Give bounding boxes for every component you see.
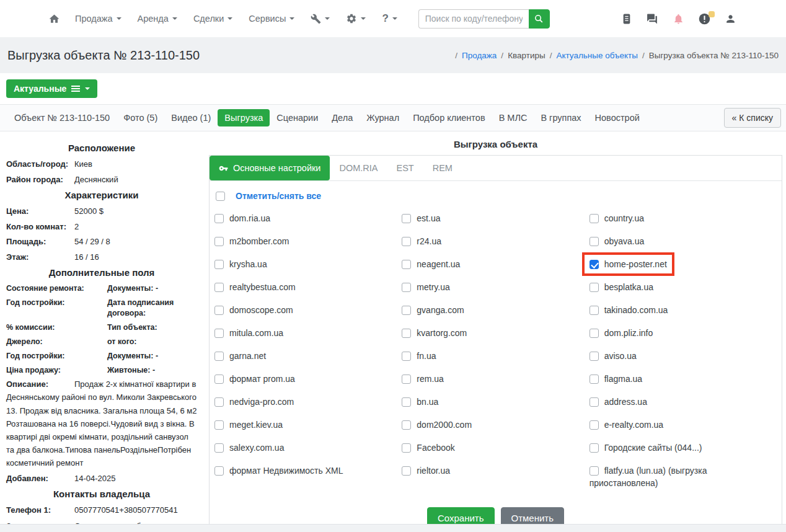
export-settings-tab[interactable]: DOM.RIA bbox=[330, 156, 387, 180]
export-settings-tab[interactable]: REM bbox=[423, 156, 462, 180]
breadcrumb-label[interactable]: Продажа bbox=[462, 51, 497, 60]
object-tab[interactable]: Новострой bbox=[588, 109, 647, 126]
portal-checkbox[interactable] bbox=[214, 329, 224, 338]
portal-option[interactable]: salexy.com.ua bbox=[214, 441, 284, 454]
save-button[interactable]: Сохранить bbox=[427, 507, 495, 524]
search-input[interactable] bbox=[418, 9, 529, 29]
portal-checkbox[interactable] bbox=[402, 237, 411, 246]
portal-checkbox[interactable] bbox=[402, 260, 411, 269]
export-settings-tab[interactable]: EST bbox=[387, 156, 423, 180]
portal-option[interactable]: neagent.ua bbox=[402, 258, 460, 270]
portal-option[interactable]: aviso.ua bbox=[590, 350, 637, 362]
portal-option[interactable]: kvartorg.com bbox=[402, 327, 467, 339]
portal-option[interactable]: e-realty.com.ua bbox=[590, 419, 663, 431]
object-tab[interactable]: Журнал bbox=[360, 109, 406, 126]
portal-checkbox[interactable] bbox=[214, 352, 224, 361]
object-tab[interactable]: Подбор клиентов bbox=[406, 109, 492, 126]
nav-menu-item[interactable]: Продажа bbox=[75, 14, 121, 24]
portal-checkbox[interactable] bbox=[402, 306, 411, 315]
portal-option[interactable]: gvanga.com bbox=[402, 304, 464, 316]
portal-option[interactable]: формат prom.ua bbox=[214, 373, 295, 385]
portal-checkbox[interactable] bbox=[402, 283, 411, 292]
portal-option[interactable]: fn.ua bbox=[402, 350, 436, 362]
back-to-list-button[interactable]: « К списку bbox=[724, 108, 781, 128]
portal-option[interactable]: est.ua bbox=[402, 212, 440, 224]
portal-option[interactable]: dom.pliz.info bbox=[590, 327, 653, 339]
portal-checkbox[interactable] bbox=[590, 466, 599, 476]
portal-checkbox[interactable] bbox=[590, 283, 599, 292]
portal-option[interactable]: meget.kiev.ua bbox=[214, 419, 283, 431]
portal-checkbox[interactable] bbox=[402, 443, 411, 453]
portal-checkbox[interactable] bbox=[402, 352, 411, 361]
portal-checkbox[interactable] bbox=[214, 375, 224, 384]
portal-option[interactable]: bn.ua bbox=[402, 396, 438, 408]
cancel-button[interactable]: Отменить bbox=[501, 507, 565, 524]
portal-checkbox[interactable] bbox=[402, 397, 411, 407]
portal-checkbox[interactable] bbox=[214, 260, 224, 269]
search-button[interactable] bbox=[529, 9, 550, 29]
portal-option[interactable]: Городские сайты (044...) bbox=[590, 441, 702, 454]
portal-option[interactable]: rieltor.ua bbox=[402, 464, 450, 477]
portal-option[interactable]: besplatka.ua bbox=[590, 281, 653, 293]
select-all-control[interactable]: Отметить/снять все bbox=[216, 191, 321, 201]
portal-checkbox[interactable] bbox=[402, 329, 411, 338]
portal-checkbox[interactable] bbox=[590, 420, 599, 430]
journal-icon[interactable] bbox=[622, 13, 632, 25]
portal-option[interactable]: nedviga-pro.com bbox=[214, 396, 294, 408]
portal-option[interactable]: формат Недвижимость XML bbox=[214, 464, 343, 477]
portal-option[interactable]: r24.ua bbox=[402, 235, 441, 247]
nav-menu-item[interactable]: Сделки bbox=[193, 14, 232, 24]
portal-checkbox[interactable] bbox=[214, 237, 224, 246]
portal-option[interactable]: mitula.com.ua bbox=[214, 327, 283, 339]
portal-checkbox[interactable] bbox=[590, 306, 599, 315]
portal-option[interactable]: home-poster.net bbox=[590, 258, 667, 270]
portal-checkbox[interactable] bbox=[590, 329, 599, 338]
profile-icon[interactable] bbox=[725, 13, 736, 25]
portal-option[interactable]: m2bomber.com bbox=[214, 235, 289, 247]
object-tab[interactable]: Видео (1) bbox=[164, 109, 218, 126]
select-all-checkbox[interactable] bbox=[216, 192, 225, 201]
object-tab[interactable]: Дела bbox=[325, 109, 360, 126]
portal-checkbox[interactable] bbox=[590, 214, 599, 223]
portal-option[interactable]: address.ua bbox=[590, 396, 647, 408]
portal-option[interactable]: garna.net bbox=[214, 350, 266, 362]
portal-checkbox[interactable] bbox=[590, 375, 599, 384]
portal-checkbox[interactable] bbox=[402, 420, 411, 430]
object-tab[interactable]: В МЛС bbox=[492, 109, 534, 126]
portal-checkbox[interactable] bbox=[214, 397, 224, 407]
portal-checkbox[interactable] bbox=[590, 443, 599, 453]
notifications-bell-icon[interactable] bbox=[673, 12, 684, 25]
portal-option[interactable]: takinado.com.ua bbox=[590, 304, 668, 316]
portal-checkbox[interactable] bbox=[402, 214, 411, 223]
object-tab[interactable]: Объект № 213-110-150 bbox=[7, 109, 117, 126]
portal-option[interactable]: krysha.ua bbox=[214, 258, 267, 270]
portal-checkbox[interactable] bbox=[402, 375, 411, 384]
nav-menu-item[interactable]: Сервисы bbox=[249, 14, 294, 24]
object-tab[interactable]: Фото (5) bbox=[117, 109, 164, 126]
breadcrumb-label[interactable]: Выгрузка объекта № 213-110-150 bbox=[649, 51, 779, 60]
breadcrumb-label[interactable]: Квартиры bbox=[508, 51, 545, 60]
object-tab[interactable]: Выгрузка bbox=[218, 109, 270, 126]
portal-option[interactable]: country.ua bbox=[590, 212, 644, 224]
portal-checkbox[interactable] bbox=[214, 443, 224, 453]
portal-option[interactable]: Facebook bbox=[402, 441, 454, 454]
object-tab[interactable]: Сценарии bbox=[270, 109, 325, 126]
portal-option[interactable]: dom.ria.ua bbox=[214, 212, 270, 224]
portal-option[interactable]: realtybestua.com bbox=[214, 281, 296, 293]
settings-dropdown[interactable] bbox=[346, 13, 366, 24]
portal-checkbox[interactable] bbox=[214, 306, 224, 315]
help-dropdown[interactable]: ? bbox=[382, 12, 397, 25]
portal-option[interactable]: domoscope.com bbox=[214, 304, 293, 316]
object-tab[interactable]: В группах bbox=[534, 109, 588, 126]
breadcrumb-label[interactable]: Актуальные объекты bbox=[556, 51, 638, 60]
home-icon[interactable] bbox=[48, 13, 60, 25]
portal-option[interactable]: dom2000.com bbox=[402, 419, 472, 431]
portal-option[interactable]: flagma.ua bbox=[590, 373, 642, 385]
portal-checkbox[interactable] bbox=[590, 397, 599, 407]
portal-option[interactable]: flatfy.ua (lun.ua) (выгрузка приостановл… bbox=[590, 464, 777, 490]
portal-option[interactable]: metry.ua bbox=[402, 281, 449, 293]
portal-checkbox[interactable] bbox=[214, 214, 224, 223]
alert-circle-icon[interactable] bbox=[698, 12, 711, 25]
portal-checkbox[interactable] bbox=[590, 237, 599, 246]
portal-option[interactable]: obyava.ua bbox=[590, 235, 645, 247]
